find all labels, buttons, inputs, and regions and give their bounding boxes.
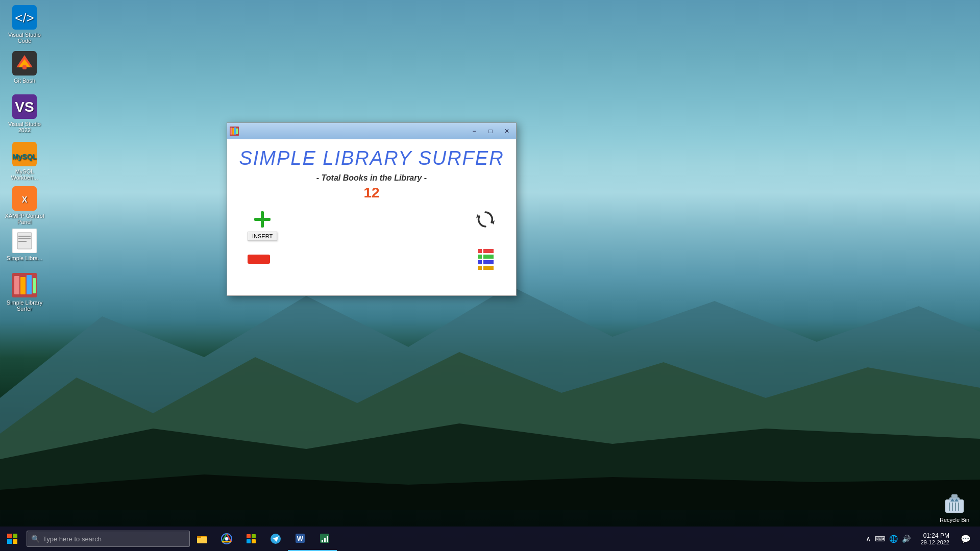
- clock-date: 29-12-2022: [921, 539, 949, 545]
- keyboard-icon: ⌨: [875, 535, 885, 543]
- svg-text:W: W: [297, 535, 304, 542]
- sys-tray: ∧ ⌨ 🌐 🔊: [862, 535, 915, 543]
- taskbar-file-explorer[interactable]: [190, 527, 214, 551]
- svg-point-51: [225, 537, 228, 540]
- svg-rect-18: [18, 236, 31, 237]
- clock-time: 01:24 PM: [921, 532, 949, 539]
- delete-button[interactable]: [248, 255, 270, 264]
- search-bar[interactable]: 🔍: [27, 531, 190, 547]
- svg-marker-1: [0, 352, 980, 510]
- clock[interactable]: 01:24 PM 29-12-2022: [917, 532, 953, 545]
- list-button[interactable]: [475, 249, 496, 269]
- svg-rect-35: [232, 128, 234, 135]
- insert-label: INSERT: [248, 232, 277, 241]
- desktop-icon-xampp[interactable]: X XAMPP Control Panel: [4, 186, 45, 225]
- window-content: SIMPLE LIBRARY SURFER - Total Books in t…: [227, 139, 516, 295]
- svg-rect-55: [252, 539, 256, 543]
- svg-rect-54: [247, 539, 251, 543]
- svg-text:VS: VS: [15, 99, 34, 115]
- taskbar: 🔍: [0, 527, 980, 551]
- buttons-row-1: INSERT: [237, 209, 506, 241]
- desktop: </> Visual Studio Code Git Bash VS Visua…: [0, 0, 980, 551]
- window-close-button[interactable]: ✕: [500, 126, 514, 137]
- desktop-icon-simplelibrarysurfer[interactable]: Simple Library Surfer: [4, 273, 45, 312]
- svg-text:X: X: [22, 195, 28, 204]
- desktop-icon-gitbash[interactable]: Git Bash: [4, 51, 45, 84]
- list-icon: [478, 249, 494, 270]
- svg-rect-42: [7, 534, 12, 538]
- gitbash-icon: [12, 51, 37, 76]
- search-input[interactable]: [43, 535, 185, 543]
- gitbash-label: Git Bash: [4, 78, 45, 84]
- svg-rect-22: [14, 276, 19, 294]
- svg-rect-28: [951, 494, 958, 498]
- taskbar-word[interactable]: W: [288, 527, 312, 551]
- vscode-label: Visual Studio Code: [4, 32, 45, 44]
- xampp-label: XAMPP Control Panel: [4, 213, 45, 225]
- window-titlebar[interactable]: − □ ✕: [227, 123, 516, 139]
- taskbar-chrome[interactable]: [214, 527, 239, 551]
- simplelibrarysurfer-label: Simple Library Surfer: [4, 299, 45, 312]
- svg-rect-39: [254, 218, 271, 221]
- total-books-label: - Total Books in the Library -: [316, 173, 427, 183]
- svg-rect-25: [33, 278, 36, 293]
- svg-text:</>: </>: [15, 10, 34, 26]
- svg-rect-36: [234, 128, 236, 135]
- window-maximize-button[interactable]: □: [483, 126, 498, 137]
- book-count: 12: [363, 185, 379, 201]
- recycle-bin-img: [942, 490, 967, 515]
- svg-rect-34: [231, 128, 232, 135]
- simplelibra-icon: [12, 229, 37, 253]
- svg-marker-3: [0, 474, 980, 510]
- desktop-icon-simplelibra[interactable]: Simple Libra...: [4, 229, 45, 261]
- svg-marker-0: [0, 286, 980, 510]
- taskbar-chart[interactable]: [312, 527, 337, 551]
- buttons-row-2: [237, 249, 506, 269]
- desktop-icon-mysql[interactable]: MySQL MySQL Workben...: [4, 142, 45, 181]
- simplelibrarysurfer-icon: [12, 273, 37, 297]
- svg-rect-20: [18, 241, 27, 242]
- vs2022-label: Visual Studio 2022: [4, 121, 45, 133]
- xampp-icon: X: [12, 186, 37, 211]
- svg-rect-23: [20, 277, 26, 294]
- mysql-icon: MySQL: [12, 142, 37, 166]
- svg-rect-52: [247, 534, 251, 538]
- svg-rect-19: [18, 238, 31, 239]
- search-icon: 🔍: [31, 535, 40, 543]
- taskbar-store[interactable]: [239, 527, 263, 551]
- svg-rect-9: [22, 65, 27, 69]
- svg-rect-62: [327, 536, 328, 542]
- svg-rect-45: [13, 539, 17, 544]
- start-button[interactable]: [0, 527, 24, 551]
- svg-rect-37: [236, 129, 238, 134]
- app-title: SIMPLE LIBRARY SURFER: [239, 147, 504, 169]
- svg-text:MySQL: MySQL: [12, 153, 37, 161]
- svg-rect-53: [252, 534, 256, 538]
- recycle-bin-icon[interactable]: Recycle Bin: [934, 490, 975, 523]
- volume-icon[interactable]: 🔊: [902, 535, 911, 543]
- app-window: − □ ✕ SIMPLE LIBRARY SURFER - Total Book…: [227, 122, 517, 296]
- refresh-button[interactable]: [475, 209, 496, 230]
- taskbar-right: ∧ ⌨ 🌐 🔊 01:24 PM 29-12-2022 💬: [862, 527, 980, 551]
- insert-button[interactable]: [252, 209, 273, 230]
- desktop-icon-vscode[interactable]: </> Visual Studio Code: [4, 5, 45, 44]
- insert-section: INSERT: [248, 209, 277, 241]
- mysql-label: MySQL Workben...: [4, 168, 45, 181]
- network-icon: 🌐: [889, 535, 898, 543]
- chevron-up-icon[interactable]: ∧: [866, 535, 871, 543]
- svg-marker-2: [0, 423, 980, 510]
- svg-rect-26: [945, 499, 964, 513]
- svg-rect-43: [13, 534, 17, 538]
- taskbar-telegram[interactable]: [263, 527, 288, 551]
- vscode-icon: </>: [12, 5, 37, 30]
- recycle-bin-label: Recycle Bin: [934, 517, 975, 523]
- window-app-icon: [229, 126, 239, 136]
- svg-rect-60: [322, 540, 323, 542]
- svg-rect-44: [7, 539, 12, 544]
- svg-rect-24: [27, 275, 32, 294]
- notification-button[interactable]: 💬: [955, 527, 976, 551]
- desktop-icon-vs2022[interactable]: VS Visual Studio 2022: [4, 94, 45, 133]
- window-minimize-button[interactable]: −: [467, 126, 481, 137]
- vs2022-icon: VS: [12, 94, 37, 119]
- simplelibra-label: Simple Libra...: [4, 255, 45, 261]
